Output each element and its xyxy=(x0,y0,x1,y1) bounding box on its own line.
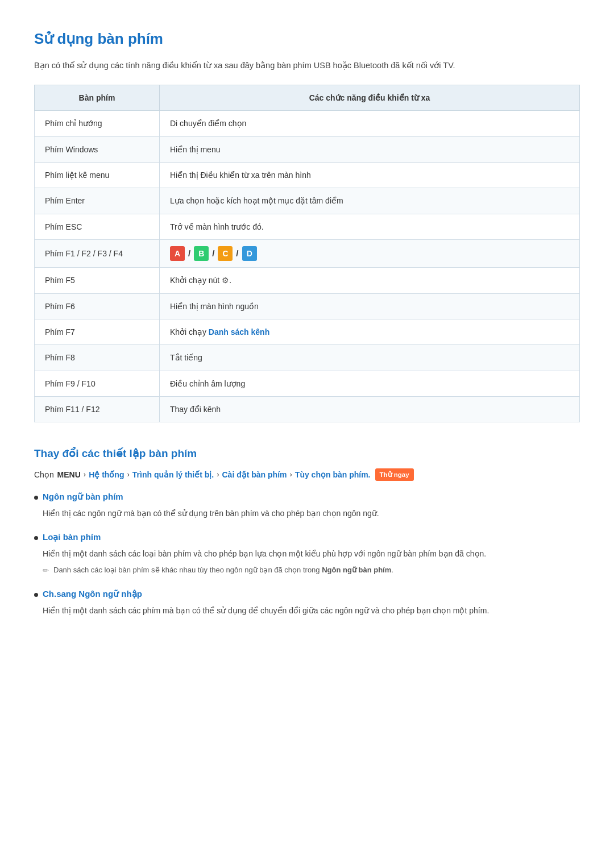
table-row-key-0: Phím chỉ hướng xyxy=(35,111,160,136)
intro-text: Bạn có thể sử dụng các tính năng điều kh… xyxy=(34,59,580,72)
try-now-badge[interactable]: Thử ngay xyxy=(375,468,414,481)
bullet-body-1: Hiển thị một danh sách các loại bàn phím… xyxy=(34,547,580,560)
menu-path: Chọn MENU › Hệ thống › Trình quản lý thi… xyxy=(34,468,580,481)
bullet-item-1: Loại bàn phím Hiển thị một danh sách các… xyxy=(34,530,580,577)
table-row-key-1: Phím Windows xyxy=(35,136,160,162)
key-a-badge: A xyxy=(170,246,185,261)
menu-item-tuychon: Tùy chọn bàn phím. xyxy=(295,468,371,481)
bullet-item-0: Ngôn ngữ bàn phím Hiển thị các ngôn ngữ … xyxy=(34,490,580,520)
bullet-item-2: Ch.sang Ngôn ngữ nhập Hiển thị một danh … xyxy=(34,587,580,617)
bullet-list: Ngôn ngữ bàn phím Hiển thị các ngôn ngữ … xyxy=(34,490,580,617)
table-row-key-9: Phím F8 xyxy=(35,345,160,371)
table-row-key-2: Phím liệt kê menu xyxy=(35,162,160,188)
menu-item-trinhquanly: Trình quản lý thiết bị. xyxy=(132,468,214,481)
pencil-icon-1: ✏ xyxy=(43,565,49,577)
table-row-func-1: Hiển thị menu xyxy=(160,136,580,162)
table-row-func-5: A / B / C / D xyxy=(160,240,580,268)
key-c-badge: C xyxy=(218,246,233,261)
keyboard-table: Bàn phím Các chức năng điều khiển từ xa … xyxy=(34,85,580,423)
table-row-func-8: Khởi chạy Danh sách kênh xyxy=(160,319,580,344)
bullet-title-1: Loại bàn phím xyxy=(43,530,101,544)
menu-prefix: Chọn xyxy=(34,468,56,481)
page-title: Sử dụng bàn phím xyxy=(34,27,580,51)
channel-list-link: Danh sách kênh xyxy=(209,327,269,337)
bullet-body-2: Hiển thị một danh sách các phím mà bạn c… xyxy=(34,604,580,617)
table-row-func-2: Hiển thị Điều khiển từ xa trên màn hình xyxy=(160,162,580,188)
table-row-func-4: Trở về màn hình trước đó. xyxy=(160,214,580,239)
bullet-dot-1 xyxy=(34,536,38,540)
table-row-key-5: Phím F1 / F2 / F3 / F4 xyxy=(35,240,160,268)
table-row-func-9: Tắt tiếng xyxy=(160,345,580,371)
section2-title: Thay đổi các thiết lập bàn phím xyxy=(34,445,580,462)
table-row-func-0: Di chuyển điểm chọn xyxy=(160,111,580,136)
table-row-key-3: Phím Enter xyxy=(35,188,160,214)
gear-icon: ⚙ xyxy=(222,274,229,286)
table-row-func-3: Lựa chọn hoặc kích hoạt một mục đặt tâm … xyxy=(160,188,580,214)
table-row-key-6: Phím F5 xyxy=(35,268,160,293)
table-row-func-10: Điều chỉnh âm lượng xyxy=(160,371,580,396)
bullet-dot-0 xyxy=(34,496,38,500)
note-text-1: Danh sách các loại bàn phím sẽ khác nhau… xyxy=(53,564,393,576)
bullet-body-0: Hiển thị các ngôn ngữ mà bạn có thể sử d… xyxy=(34,507,580,520)
table-row-key-7: Phím F6 xyxy=(35,293,160,319)
menu-item-menu: MENU xyxy=(57,468,81,481)
table-row-func-11: Thay đổi kênh xyxy=(160,397,580,422)
table-row-key-10: Phím F9 / F10 xyxy=(35,371,160,396)
bullet-note-1: ✏ Danh sách các loại bàn phím sẽ khác nh… xyxy=(34,564,580,577)
menu-item-caidatbanphim: Cài đặt bàn phím xyxy=(222,468,287,481)
bullet-title-2: Ch.sang Ngôn ngữ nhập xyxy=(43,587,142,601)
key-b-badge: B xyxy=(194,246,209,261)
bullet-dot-2 xyxy=(34,593,38,597)
table-header-func: Các chức năng điều khiển từ xa xyxy=(160,85,580,110)
bullet-title-0: Ngôn ngữ bàn phím xyxy=(43,490,123,504)
table-header-key: Bàn phím xyxy=(35,85,160,110)
menu-item-hesystem: Hệ thống xyxy=(89,468,124,481)
table-row-key-4: Phím ESC xyxy=(35,214,160,239)
table-row-key-8: Phím F7 xyxy=(35,319,160,344)
key-d-badge: D xyxy=(242,246,257,261)
table-row-func-6: Khởi chạy nút ⚙. xyxy=(160,268,580,293)
table-row-key-11: Phím F11 / F12 xyxy=(35,397,160,422)
table-row-func-7: Hiển thị màn hình nguồn xyxy=(160,293,580,319)
